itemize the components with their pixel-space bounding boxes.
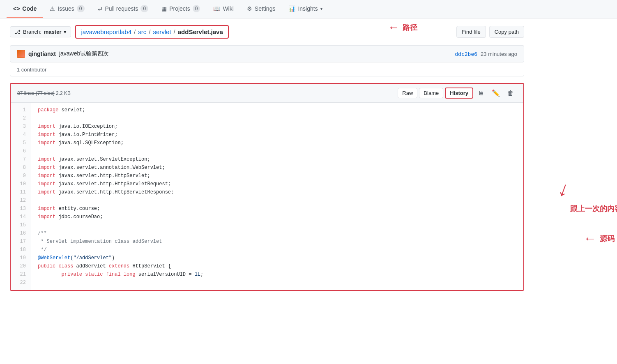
insights-dropdown-arrow: ▾	[320, 7, 322, 11]
branch-selector[interactable]: ⎇ Branch: master ▾	[10, 26, 71, 37]
ln-14[interactable]: 14	[11, 213, 31, 221]
ln-18[interactable]: 18	[11, 246, 31, 254]
commit-author[interactable]: qingtianxt	[28, 51, 56, 57]
ln-15[interactable]: 15	[11, 221, 31, 229]
code-content: package servlet; import java.io.IOExcept…	[31, 103, 523, 290]
ln-4[interactable]: 4	[11, 131, 31, 139]
issues-icon: ⚠	[50, 5, 55, 12]
tab-projects-label: Projects	[169, 5, 190, 12]
history-annotation: ↑ 跟上一次的内容进行比较	[570, 182, 617, 214]
code-line-count: 87 lines (77 sloc)	[17, 90, 55, 96]
code-meta: 87 lines (77 sloc) 2.2 KB	[17, 90, 71, 96]
code-line-8: import javax.servlet.annotation.WebServl…	[38, 164, 523, 172]
pull-requests-icon: ⇄	[98, 5, 103, 12]
commit-time: 23 minutes ago	[481, 51, 517, 57]
find-file-button[interactable]: Find file	[456, 26, 486, 38]
code-line-15	[38, 221, 523, 229]
source-annotation-text: 源码	[600, 234, 615, 244]
ln-19[interactable]: 19	[11, 254, 31, 262]
avatar	[17, 50, 25, 58]
projects-badge: 0	[193, 5, 200, 12]
code-line-14: import jdbc.courseDao;	[38, 213, 523, 221]
code-line-17: * Servlet implementation class addServle…	[38, 237, 523, 246]
code-line-19: @WebServlet("/addServlet")	[38, 254, 523, 262]
code-line-16: /**	[38, 229, 523, 237]
commit-row: qingtianxt javaweb试验第四次 ddc2be6 23 minut…	[10, 45, 524, 62]
delete-icon[interactable]: 🗑	[504, 88, 517, 99]
tab-insights[interactable]: 📊 Insights ▾	[282, 0, 329, 18]
ln-8[interactable]: 8	[11, 164, 31, 172]
code-line-21: private static final long serialVersionU…	[38, 270, 523, 279]
ln-17[interactable]: 17	[11, 237, 31, 246]
path-servlet[interactable]: servlet	[153, 28, 171, 35]
tab-wiki[interactable]: 📖 Wiki	[207, 0, 240, 18]
branch-dropdown-icon: ▾	[64, 29, 67, 35]
code-line-22	[38, 279, 523, 287]
contributor-row: 1 contributor	[10, 63, 524, 76]
history-annotation-text: 跟上一次的内容进行比较	[570, 204, 617, 214]
code-line-9: import javax.servlet.http.HttpServlet;	[38, 172, 523, 180]
path-sep-2: /	[149, 28, 150, 35]
ln-11[interactable]: 11	[11, 188, 31, 196]
desktop-icon[interactable]: 🖥	[475, 88, 487, 99]
ln-2[interactable]: 2	[11, 114, 31, 122]
tab-settings[interactable]: ⚙ Settings	[240, 0, 282, 18]
ln-5[interactable]: 5	[11, 139, 31, 147]
code-line-3: import java.io.IOException;	[38, 122, 523, 131]
path-sep-3: /	[174, 28, 175, 35]
ln-1[interactable]: 1	[11, 106, 31, 114]
branch-name: master	[44, 29, 62, 35]
commit-message: javaweb试验第四次	[59, 50, 109, 58]
copy-path-button[interactable]: Copy path	[489, 26, 524, 38]
code-line-20: public class addServlet extends HttpServ…	[38, 262, 523, 270]
path-filename: addServlet.java	[178, 28, 223, 35]
ln-10[interactable]: 10	[11, 180, 31, 188]
path-annotation: ← 路径	[388, 21, 417, 34]
code-line-18: */	[38, 246, 523, 254]
line-numbers: 1 2 3 4 5 6 7 8 9 10 11 12 13 14	[11, 103, 31, 290]
ln-13[interactable]: 13	[11, 205, 31, 213]
tab-pull-requests[interactable]: ⇄ Pull requests 0	[91, 0, 155, 18]
branch-icon: ⎇	[14, 29, 21, 35]
code-line-10: import javax.servlet.http.HttpServletReq…	[38, 180, 523, 188]
ln-7[interactable]: 7	[11, 155, 31, 164]
blame-button[interactable]: Blame	[419, 88, 443, 98]
wiki-icon: 📖	[213, 5, 220, 12]
pull-requests-badge: 0	[140, 5, 148, 12]
path-src[interactable]: src	[138, 28, 146, 35]
ln-20[interactable]: 20	[11, 262, 31, 270]
tab-projects[interactable]: ▦ Projects 0	[155, 0, 207, 18]
commit-info: qingtianxt javaweb试验第四次	[17, 50, 109, 58]
code-line-12	[38, 196, 523, 205]
projects-icon: ▦	[161, 5, 167, 12]
raw-button[interactable]: Raw	[398, 88, 417, 98]
branch-label: Branch:	[23, 29, 41, 35]
ln-22[interactable]: 22	[11, 279, 31, 287]
path-annotation-label: 路径	[403, 23, 417, 32]
tab-wiki-label: Wiki	[223, 5, 233, 12]
commit-sha[interactable]: ddc2be6	[455, 51, 477, 57]
ln-16[interactable]: 16	[11, 229, 31, 237]
code-area: 1 2 3 4 5 6 7 8 9 10 11 12 13 14	[11, 103, 523, 290]
tab-issues-label: Issues	[58, 5, 74, 12]
code-line-4: import java.io.PrintWriter;	[38, 131, 523, 139]
ln-9[interactable]: 9	[11, 172, 31, 180]
tab-issues[interactable]: ⚠ Issues 0	[43, 0, 91, 18]
tab-code-label: Code	[22, 5, 37, 12]
tab-code[interactable]: <> Code	[7, 0, 43, 18]
main-content: ⎇ Branch: master ▾ javawebreportlab4 / s…	[0, 18, 534, 297]
code-line-13: import entity.course;	[38, 205, 523, 213]
tab-insights-label: Insights	[298, 5, 318, 12]
tab-settings-label: Settings	[255, 5, 276, 12]
edit-icon[interactable]: ✏️	[489, 87, 503, 99]
source-arrow-icon: ←	[583, 231, 596, 246]
history-button[interactable]: History	[445, 88, 473, 99]
ln-3[interactable]: 3	[11, 122, 31, 131]
breadcrumb-left: ⎇ Branch: master ▾ javawebreportlab4 / s…	[10, 25, 229, 39]
path-repo[interactable]: javawebreportlab4	[81, 28, 131, 35]
ln-21[interactable]: 21	[11, 270, 31, 279]
code-line-6	[38, 147, 523, 155]
ln-12[interactable]: 12	[11, 196, 31, 205]
ln-6[interactable]: 6	[11, 147, 31, 155]
code-line-1: package servlet;	[38, 106, 523, 114]
